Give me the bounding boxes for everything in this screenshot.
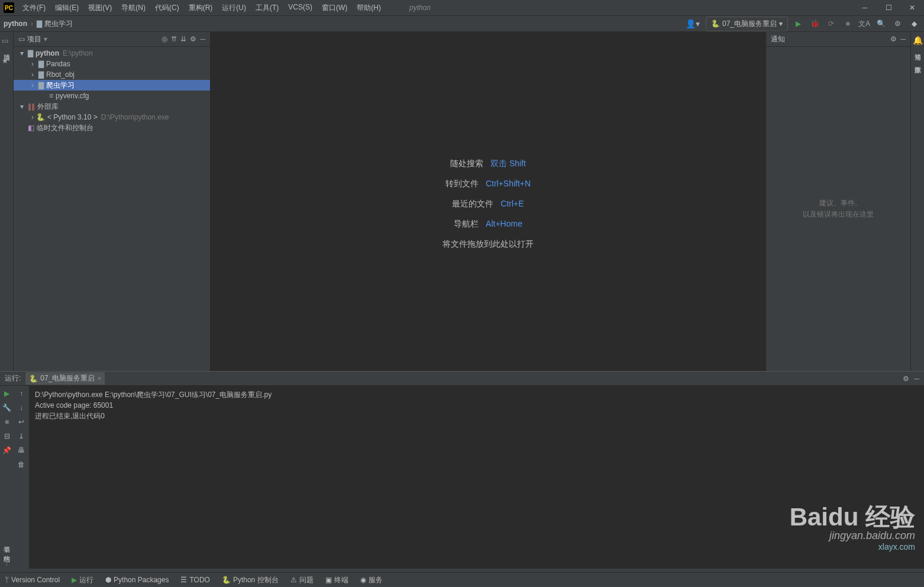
gear-icon[interactable]: ⚙ (890, 35, 897, 43)
folder-icon: ▇ (37, 20, 42, 28)
tree-item-pandas[interactable]: › ▇ Pandas (14, 59, 210, 69)
debug-button[interactable]: 🐞 (808, 17, 821, 30)
tree-item-label: Rbot_obj (46, 70, 75, 79)
tree-root[interactable]: ▾ ▇ python E:\python (14, 48, 210, 59)
menu-help[interactable]: 帮助(H) (352, 1, 386, 15)
stop-button[interactable]: ■ (841, 17, 854, 30)
tree-item-label: 临时文件和控制台 (37, 123, 93, 133)
gear-icon[interactable]: ⚙ (903, 375, 909, 383)
run-gutter-right: ↑ ↓ ↩ ⤓ 🖶 🗑 (14, 386, 29, 569)
hide-panel-icon[interactable]: ─ (900, 35, 906, 43)
project-tab-icon[interactable]: ▭ (2, 37, 11, 46)
menu-navigate[interactable]: 导航(N) (117, 1, 150, 15)
tree-item-spider[interactable]: › ▇ 爬虫学习 (14, 80, 210, 91)
notifications-panel: 通知 ⚙ ─ 建议、事件, 以及错误将出现在这里 (765, 32, 910, 371)
project-tree[interactable]: ▾ ▇ python E:\python › ▇ Pandas › ▇ Rbot… (14, 47, 210, 371)
chevron-right-icon[interactable]: › (29, 113, 36, 121)
breadcrumb-folder[interactable]: 爬虫学习 (44, 19, 73, 29)
hint-recent-label: 最近的文件 (452, 199, 493, 209)
toolbox-icon[interactable]: ◆ (907, 17, 920, 30)
up-icon[interactable]: ↑ (20, 389, 23, 398)
main-menu: 文件(F) 编辑(E) 视图(V) 导航(N) 代码(C) 重构(R) 运行(U… (18, 1, 386, 15)
run-tab[interactable]: 🐍 07_电脑服务重启 × (25, 372, 105, 385)
layout-icon[interactable]: ⊟ (4, 432, 10, 440)
project-tab[interactable]: 项目 (1, 46, 12, 53)
minimize-button[interactable]: ─ (853, 0, 877, 16)
trash-icon[interactable]: 🗑 (18, 460, 25, 469)
down-icon[interactable]: ↓ (20, 404, 23, 412)
project-panel: ▭ 项目 ▾ ◎ ⇈ ⇊ ⚙ ─ ▾ ▇ python E:\python › … (14, 32, 211, 371)
scratch-icon: ◧ (28, 124, 34, 132)
bookmark-icon[interactable]: ★ (2, 57, 11, 66)
db-tab[interactable]: 数据库 (912, 58, 923, 65)
maximize-button[interactable]: ☐ (877, 0, 900, 16)
gear-icon[interactable]: ⚙ (891, 17, 904, 30)
status-problems[interactable]: ⚠问题 (290, 575, 314, 585)
rerun-button[interactable]: ▶ (4, 389, 9, 398)
run-with-coverage-button[interactable]: ⟳ (825, 17, 838, 30)
navigation-bar: python › ▇ 爬虫学习 👤▾ 🐍 07_电脑服务重启 ▾ ▶ 🐞 ⟳ ■… (0, 16, 924, 32)
run-panel-header: 运行: 🐍 07_电脑服务重启 × ⚙ ─ (0, 372, 924, 386)
translate-icon[interactable]: 文A (858, 17, 871, 30)
status-services[interactable]: ◉服务 (360, 575, 383, 585)
tree-item-pyvenv[interactable]: ≡ pyvenv.cfg (14, 91, 210, 101)
status-run[interactable]: ▶运行 (72, 575, 93, 585)
breadcrumb[interactable]: python › ▇ 爬虫学习 (4, 19, 73, 29)
dots-icon[interactable]: ⋯ (3, 560, 11, 566)
stop-button[interactable]: ■ (5, 418, 9, 426)
status-terminal[interactable]: ▣终端 (325, 575, 348, 585)
expand-all-icon[interactable]: ⇈ (171, 35, 177, 43)
chevron-down-icon[interactable]: ▾ (18, 102, 25, 111)
chevron-right-icon[interactable]: › (29, 70, 36, 79)
pin-icon[interactable]: 📌 (2, 446, 11, 454)
select-opened-icon[interactable]: ◎ (161, 35, 167, 43)
tree-external-libs[interactable]: ▾ ‖‖ 外部库 (14, 101, 210, 112)
scroll-icon[interactable]: ⤓ (18, 432, 24, 440)
tree-python-lib[interactable]: › 🐍 < Python 3.10 > D:\Python\python.exe (14, 112, 210, 122)
console-line: Active code page: 65001 (35, 400, 918, 411)
notif-tab[interactable]: 通知 (912, 45, 923, 52)
menu-tools[interactable]: 工具(T) (251, 1, 283, 15)
breadcrumb-root[interactable]: python (4, 20, 27, 28)
run-console[interactable]: D:\Python\python.exe E:\python\爬虫学习\07_G… (29, 386, 924, 569)
python-icon: 🐍 (36, 113, 45, 121)
chevron-down-icon[interactable]: ▾ (44, 35, 47, 43)
chevron-down-icon[interactable]: ▾ (18, 49, 25, 57)
menu-edit[interactable]: 编辑(E) (50, 1, 83, 15)
status-todo[interactable]: ☰TODO (180, 576, 209, 584)
run-configuration-selector[interactable]: 🐍 07_电脑服务重启 ▾ (706, 17, 788, 31)
chevron-right-icon[interactable]: › (29, 60, 36, 68)
user-icon[interactable]: 👤▾ (686, 19, 700, 28)
run-config-label: 07_电脑服务重启 (722, 19, 777, 29)
print-icon[interactable]: 🖶 (18, 446, 25, 454)
folder-icon: ▇ (38, 81, 44, 89)
collapse-all-icon[interactable]: ⇊ (180, 35, 186, 43)
hide-panel-icon[interactable]: ─ (914, 375, 919, 383)
close-tab-icon[interactable]: × (97, 375, 101, 383)
search-icon[interactable]: 🔍 (874, 17, 887, 30)
gear-icon[interactable]: ⚙ (190, 35, 196, 43)
run-button[interactable]: ▶ (791, 17, 805, 30)
tree-item-rbot[interactable]: › ▇ Rbot_obj (14, 69, 210, 80)
close-button[interactable]: ✕ (900, 0, 924, 16)
status-console[interactable]: 🐍Python 控制台 (222, 575, 279, 585)
menu-run[interactable]: 运行(U) (217, 1, 251, 15)
menu-window[interactable]: 窗口(W) (317, 1, 352, 15)
status-packages[interactable]: ⬢Python Packages (105, 576, 169, 584)
bell-icon[interactable]: 🔔 (913, 36, 923, 45)
tree-scratches[interactable]: ◧ 临时文件和控制台 (14, 122, 210, 133)
status-vcs[interactable]: ᛘVersion Control (5, 576, 60, 584)
wrench-icon[interactable]: 🔧 (2, 404, 11, 412)
titlebar: PC 文件(F) 编辑(E) 视图(V) 导航(N) 代码(C) 重构(R) 运… (0, 0, 924, 16)
menu-file[interactable]: 文件(F) (18, 1, 50, 15)
menu-code[interactable]: 代码(C) (150, 1, 184, 15)
softwrap-icon[interactable]: ↩ (18, 418, 24, 426)
menu-vcs[interactable]: VCS(S) (283, 1, 317, 15)
console-line: D:\Python\python.exe E:\python\爬虫学习\07_G… (35, 389, 918, 400)
menu-view[interactable]: 视图(V) (83, 1, 117, 15)
tree-item-label: 爬虫学习 (46, 80, 75, 91)
menu-refactor[interactable]: 重构(R) (184, 1, 218, 15)
packages-icon: ⬢ (105, 576, 111, 584)
hide-panel-icon[interactable]: ─ (200, 35, 205, 43)
chevron-right-icon[interactable]: › (29, 81, 36, 89)
